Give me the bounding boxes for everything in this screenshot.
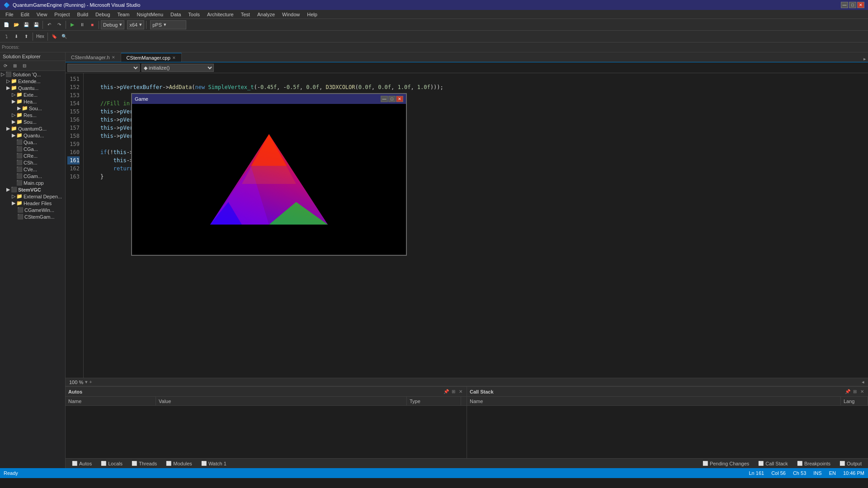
menu-test[interactable]: Test: [237, 11, 254, 18]
menu-tools[interactable]: Tools: [184, 11, 203, 18]
tab-cstemmanager-h-close[interactable]: ✕: [112, 55, 115, 60]
tab-call-stack[interactable]: ⬜ Call Stack: [754, 460, 793, 467]
minimize-button[interactable]: —: [841, 2, 848, 8]
bookmark-button[interactable]: 🔖: [50, 32, 59, 41]
expand-all-button[interactable]: ⊞: [10, 61, 19, 70]
menu-help[interactable]: Help: [303, 11, 321, 18]
step-out-button[interactable]: ⬆: [22, 32, 31, 41]
collapse-all-button[interactable]: ⊟: [20, 61, 29, 70]
sidebar-item-sou2[interactable]: ▶ 📁 Sou...: [0, 118, 65, 125]
sidebar-item-stemvgc[interactable]: ▶ ⬛ StemVGC: [0, 186, 65, 193]
tab-pending-changes[interactable]: ⬜ Pending Changes: [698, 460, 754, 467]
menu-debug[interactable]: Debug: [92, 11, 113, 18]
callstack-panel-title: Call Stack: [470, 389, 494, 394]
close-button[interactable]: ✕: [857, 2, 864, 8]
sidebar-item-sou1[interactable]: ▶ 📁 Sou...: [0, 105, 65, 112]
menu-file[interactable]: File: [2, 11, 17, 18]
autos-type-col: Type: [407, 397, 461, 405]
sou2-label: Sou...: [24, 119, 37, 125]
quantu-arrow: ▶: [6, 85, 10, 91]
title-bar-controls[interactable]: — □ ✕: [841, 2, 864, 8]
autos-pin-button[interactable]: 📌: [443, 389, 449, 395]
tab-watch1[interactable]: ⬜ Watch 1: [197, 460, 231, 467]
sidebar-item-extende[interactable]: ▷ 📁 Extende...: [0, 78, 65, 84]
callstack-panel-body[interactable]: [467, 406, 868, 458]
zoom-controls[interactable]: ▾ +: [85, 379, 92, 385]
undo-button[interactable]: ↶: [45, 20, 54, 29]
tab-breakpoints[interactable]: ⬜ Breakpoints: [793, 460, 835, 467]
sidebar-content: ▷ ⬛ Solution 'Q... ▷ 📁 Extende... ▶ 📁 Qu…: [0, 71, 65, 468]
redo-button[interactable]: ↷: [55, 20, 64, 29]
class-dropdown[interactable]: [67, 64, 140, 72]
sidebar-item-solution[interactable]: ▷ ⬛ Solution 'Q...: [0, 71, 65, 78]
sidebar-item-quantumg[interactable]: ▶ 📁 QuantumG...: [0, 125, 65, 132]
callstack-close-button[interactable]: ✕: [859, 389, 865, 395]
sidebar-item-cgamewin[interactable]: ⬛ CGameWin...: [0, 206, 65, 213]
game-maximize-button[interactable]: □: [388, 96, 396, 102]
menu-nsight[interactable]: NsightMenu: [133, 11, 167, 18]
stop-button[interactable]: ■: [88, 20, 97, 29]
sidebar-item-res[interactable]: ▷ 📁 Res...: [0, 112, 65, 118]
step-over-button[interactable]: ⤵: [2, 32, 11, 41]
sidebar-item-exte[interactable]: ▷ 📁 Exte...: [0, 91, 65, 98]
menu-analyze[interactable]: Analyze: [254, 11, 278, 18]
platform-dropdown[interactable]: x64 ▾: [127, 20, 144, 29]
find-button[interactable]: 🔍: [60, 32, 69, 41]
save-button[interactable]: 💾: [22, 20, 31, 29]
save-all-button[interactable]: 💾: [32, 20, 41, 29]
menu-data[interactable]: Data: [167, 11, 184, 18]
project-dropdown[interactable]: pPS ▾: [150, 20, 186, 29]
start-button[interactable]: ▶: [68, 20, 77, 29]
callstack-pin-button[interactable]: 📌: [844, 389, 851, 395]
sidebar-item-cstemgam[interactable]: ⬛ CStemGam...: [0, 213, 65, 220]
menu-build[interactable]: Build: [74, 11, 92, 18]
menu-team[interactable]: Team: [114, 11, 133, 18]
menu-project[interactable]: Project: [51, 11, 73, 18]
debug-config-dropdown[interactable]: Debug ▾: [101, 20, 124, 29]
tab-threads[interactable]: ⬜ Threads: [127, 460, 161, 467]
pause-button[interactable]: ⏸: [78, 20, 87, 29]
hex-button[interactable]: Hex: [35, 32, 46, 41]
autos-panel-controls[interactable]: 📌 ⊞ ✕: [443, 389, 464, 395]
cga-label: CGa...: [24, 146, 38, 152]
callstack-detach-button[interactable]: ⊞: [852, 389, 858, 395]
autos-close-button[interactable]: ✕: [458, 389, 464, 395]
sidebar-item-quantu2[interactable]: ▶ 📁 Quantu...: [0, 132, 65, 139]
game-minimize-button[interactable]: —: [381, 96, 388, 102]
tab-scroll-right[interactable]: ▸: [863, 56, 868, 62]
sidebar-item-cgam2[interactable]: ⬛ CGam...: [0, 173, 65, 179]
callstack-panel-controls[interactable]: 📌 ⊞ ✕: [844, 389, 865, 395]
tab-modules[interactable]: ⬜ Modules: [161, 460, 197, 467]
sidebar-item-csh[interactable]: ⬛ CSh...: [0, 159, 65, 166]
menu-edit[interactable]: Edit: [17, 11, 33, 18]
sidebar-item-cga[interactable]: ⬛ CGa...: [0, 145, 65, 152]
sidebar-item-hea[interactable]: ▶ 📁 Hea...: [0, 98, 65, 105]
autos-panel-body[interactable]: [66, 406, 467, 458]
tab-locals[interactable]: ⬜ Locals: [96, 460, 127, 467]
new-project-button[interactable]: 📄: [2, 20, 11, 29]
game-titlebar-controls[interactable]: — □ ✕: [381, 96, 403, 102]
tab-output[interactable]: ⬜ Output: [835, 460, 866, 467]
sync-button[interactable]: ⟳: [1, 61, 10, 70]
tab-cstemmanager-cpp[interactable]: CStemManager.cpp ✕: [121, 53, 182, 62]
open-button[interactable]: 📂: [12, 20, 21, 29]
menu-architecture[interactable]: Architecture: [203, 11, 237, 18]
method-dropdown[interactable]: ◆ initialize(): [142, 64, 214, 72]
game-close-button[interactable]: ✕: [396, 96, 403, 102]
autos-detach-button[interactable]: ⊞: [450, 389, 457, 395]
sidebar-item-cve[interactable]: ⬛ CVe...: [0, 166, 65, 173]
step-into-button[interactable]: ⬇: [12, 32, 21, 41]
sidebar-item-cre[interactable]: ⬛ CRe...: [0, 152, 65, 159]
sidebar-item-extdep[interactable]: ▷ 📁 External Depen...: [0, 193, 65, 200]
toolbar2: ⤵ ⬇ ⬆ Hex 🔖 🔍: [0, 31, 868, 42]
maximize-button[interactable]: □: [849, 2, 856, 8]
menu-window[interactable]: Window: [278, 11, 303, 18]
tab-cstemmanager-cpp-close[interactable]: ✕: [172, 56, 176, 60]
sidebar-item-main[interactable]: ⬛ Main.cpp: [0, 179, 65, 186]
tab-autos[interactable]: ⬜ Autos: [67, 460, 96, 467]
menu-view[interactable]: View: [33, 11, 51, 18]
sidebar-item-qua[interactable]: ⬛ Qua...: [0, 139, 65, 145]
sidebar-item-headerfiles[interactable]: ▶ 📁 Header Files: [0, 200, 65, 206]
tab-cstemmanager-h[interactable]: CStemManager.h ✕: [66, 53, 121, 62]
sidebar-item-quantu[interactable]: ▶ 📁 Quantu...: [0, 84, 65, 91]
